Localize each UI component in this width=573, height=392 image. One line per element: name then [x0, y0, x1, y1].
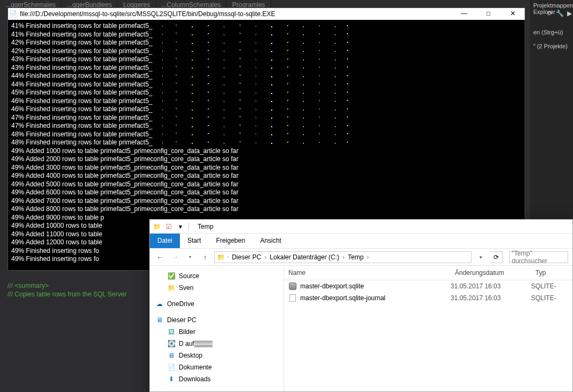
chevron-right-icon: › — [227, 255, 229, 259]
toolbar-icon[interactable]: ⟳ — [547, 10, 553, 17]
file-list[interactable]: Name Änderungsdatum Typ master-dbexport.… — [284, 266, 572, 391]
col-type[interactable]: Typ — [531, 266, 563, 280]
tree-item — [153, 294, 280, 298]
file-date: 31.05.2017 16:03 — [451, 282, 531, 290]
redacted-noise — [153, 48, 351, 54]
forward-button[interactable]: → — [169, 251, 181, 263]
document-icon — [288, 294, 297, 302]
maximize-button[interactable]: □ — [476, 8, 501, 20]
tree-item[interactable]: 💽D auf▒▒▒▒ — [153, 338, 280, 350]
tree-label: Desktop — [179, 352, 202, 359]
console-line: 41% Finished inserting rows for table pr… — [11, 31, 521, 39]
console-line: 49% Added 8000 rows to table primefact5_… — [11, 205, 521, 214]
chevron-right-icon: › — [343, 253, 345, 261]
console-line: 46% Finished inserting rows for table pr… — [11, 97, 521, 106]
console-line: 49% Added 3000 rows to table primefact5_… — [11, 164, 521, 172]
tree-icon: 🖥 — [155, 316, 164, 324]
folder-icon: 📁 — [217, 253, 225, 261]
toolbar-icon[interactable]: 🔧 — [556, 10, 564, 17]
breadcrumb-item[interactable]: Dieser PC — [231, 253, 263, 261]
file-row[interactable]: master-dbexport.sqlite31.05.2017 16:03SQ… — [284, 280, 572, 292]
file-name: master-dbexport.sqlite — [300, 282, 364, 290]
console-line: 49% Added 1000 rows to table primefact5_… — [11, 147, 521, 156]
redacted-noise — [153, 131, 351, 137]
tab-start[interactable]: Start — [180, 234, 208, 248]
folder-icon[interactable]: 📁 — [152, 222, 162, 231]
quick-access-toolbar: 📁 ☑ ▾ Temp — [150, 220, 572, 234]
search-input[interactable]: "Temp" durchsucher — [509, 251, 568, 263]
file-row[interactable]: master-dbexport.sqlite-journal31.05.2017… — [284, 292, 572, 304]
close-button[interactable]: ✕ — [501, 8, 525, 20]
redacted-noise — [153, 123, 351, 129]
console-line: 45% Finished inserting rows for table pr… — [11, 89, 521, 97]
console-line: 43% Finished inserting rows for table pr… — [11, 55, 521, 64]
tree-label: Bilder — [179, 328, 195, 336]
tree-label: Source — [179, 272, 199, 280]
file-type: SQLITE- — [531, 294, 563, 302]
console-line: 48% Finished inserting rows for table pr… — [11, 130, 521, 139]
tree-icon: 💽 — [167, 339, 176, 348]
tree-item[interactable]: 🖼Bilder — [153, 326, 280, 338]
breadcrumb-item[interactable]: Temp — [347, 253, 365, 261]
console-line: 49% Added 7000 rows to table primefact5_… — [11, 197, 521, 206]
breadcrumb-item[interactable]: Lokaler Datenträger (C:) — [269, 253, 340, 261]
tree-item[interactable]: ✅Source — [153, 270, 280, 282]
redacted-noise — [153, 73, 351, 79]
tree-icon: 🖥 — [167, 351, 176, 360]
tree-label: Dokumente — [179, 364, 212, 371]
recent-dropdown[interactable]: ▾ — [184, 251, 196, 263]
console-titlebar[interactable]: 📄 file:///D:/Development/mssql-to-sqlite… — [8, 8, 525, 20]
tree-item[interactable]: 📁Sven — [153, 282, 280, 294]
qat-dropdown-icon[interactable]: ▾ — [176, 222, 185, 231]
back-button[interactable]: ← — [154, 251, 166, 263]
console-line: 49% Added 6000 rows to table primefact5_… — [11, 188, 521, 197]
tree-item[interactable]: 🖥Desktop — [153, 350, 280, 361]
console-line: 44% Finished inserting rows for table pr… — [11, 72, 521, 81]
chevron-right-icon: › — [367, 253, 369, 261]
col-name[interactable]: Name — [284, 266, 451, 280]
console-title-path: file:///D:/Development/mssql-to-sqlite/s… — [18, 10, 452, 18]
tab-file[interactable]: Datei — [150, 234, 180, 248]
tree-label: D auf▒▒▒▒ — [179, 340, 213, 347]
tree-label: Dieser PC — [167, 316, 197, 324]
tree-icon: 📁 — [167, 284, 176, 292]
tree-icon: ✅ — [167, 272, 176, 280]
tree-item[interactable]: 🖥Dieser PC — [153, 314, 280, 326]
console-line: 49% Added 5000 rows to table primefact5_… — [11, 180, 521, 189]
tab-share[interactable]: Freigeben — [208, 234, 252, 248]
tree-item — [153, 310, 280, 314]
console-line: 44% Finished inserting rows for table pr… — [11, 81, 521, 89]
tree-item[interactable]: ⬇Downloads — [153, 373, 280, 385]
shortcut-hint: en (Strg+ü) — [530, 28, 573, 37]
chevron-right-icon: › — [264, 253, 266, 261]
file-explorer-window[interactable]: 📁 ☑ ▾ Temp Datei Start Freigeben Ansicht… — [149, 219, 573, 392]
console-line: 49% Added 2000 rows to table primefact5_… — [11, 155, 521, 164]
console-icon: 📄 — [8, 10, 18, 18]
redacted-noise — [153, 56, 351, 63]
tree-item[interactable]: ☁OneDrive — [153, 298, 280, 310]
redacted-noise — [153, 140, 351, 146]
tree-item[interactable]: 📄Dokumente — [153, 361, 280, 373]
column-headers[interactable]: Name Änderungsdatum Typ — [284, 266, 572, 280]
refresh-button[interactable]: ⟳ — [490, 251, 503, 263]
navigation-tree[interactable]: ✅Source📁Sven☁OneDrive🖥Dieser PC🖼Bilder💽D… — [150, 266, 284, 391]
vs-toolbar-icons: ⟳🔧▶ — [547, 10, 572, 17]
toolbar-icon[interactable]: ▶ — [567, 10, 572, 17]
address-dropdown-icon[interactable]: ▾ — [475, 251, 487, 263]
properties-icon[interactable]: ☑ — [164, 222, 173, 231]
separator — [188, 222, 189, 231]
tree-label: Sven — [179, 284, 193, 292]
ribbon-tabs: Datei Start Freigeben Ansicht — [150, 234, 572, 249]
console-line: 47% Finished inserting rows for table pr… — [11, 122, 521, 130]
tree-icon: ☁ — [155, 300, 164, 308]
up-button[interactable]: ↑ — [199, 251, 211, 263]
tab-view[interactable]: Ansicht — [252, 234, 288, 248]
editor-code-snippet: /// <summary> /// Copies table rows from… — [8, 281, 127, 299]
address-bar[interactable]: 📁 › Dieser PC›Lokaler Datenträger (C:)›T… — [214, 251, 472, 263]
file-date: 31.05.2017 16:03 — [451, 294, 531, 302]
col-date[interactable]: Änderungsdatum — [451, 266, 531, 280]
tree-label: Downloads — [179, 375, 211, 383]
minimize-button[interactable]: — — [452, 8, 476, 20]
file-type: SQLITE- — [531, 282, 563, 290]
tree-label: OneDrive — [167, 300, 194, 308]
